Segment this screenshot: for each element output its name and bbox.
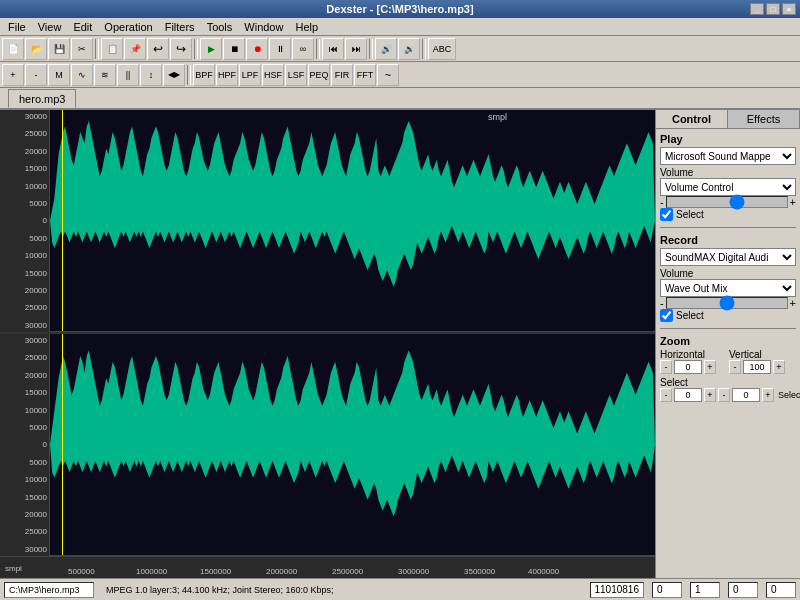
sel-zoom-dec2-button[interactable]: - [718,388,730,402]
waveform-container[interactable]: 30000 25000 20000 15000 10000 5000 0 500… [0,110,655,556]
panel-content: Play Microsoft Sound Mappe Volume Volume… [656,129,800,406]
sep5 [422,39,426,59]
next-button[interactable]: ⏭ [345,38,367,60]
play-volume-slider[interactable] [666,196,788,208]
menu-operation[interactable]: Operation [98,20,158,34]
divider-1 [660,227,796,228]
undo-button[interactable]: ↩ [147,38,169,60]
stretch-button[interactable]: ↕ [140,64,162,86]
sample-count-display: 11010816 [590,582,645,598]
zoom-in-button[interactable]: + [2,64,24,86]
x-tick-1m: 1000000 [136,567,167,576]
divider-2 [660,328,796,329]
pause-button[interactable]: ⏸ [269,38,291,60]
cut-button[interactable]: ✂ [71,38,93,60]
play-button[interactable]: ▶ [200,38,222,60]
record-button[interactable]: ⏺ [246,38,268,60]
maximize-button[interactable]: □ [766,3,780,15]
toolbar-2: + - M ∿ ≋ || ↕ ◀▶ BPF HPF LPF HSF LSF PE… [0,62,800,88]
menu-view[interactable]: View [32,20,68,34]
bpf-button[interactable]: BPF [193,64,215,86]
play-device-select[interactable]: Microsoft Sound Mappe [660,147,796,165]
paste-button[interactable]: 📌 [124,38,146,60]
misc-button[interactable]: ~ [377,64,399,86]
prev-button[interactable]: ⏮ [322,38,344,60]
copy-button[interactable]: 📋 [101,38,123,60]
open-button[interactable]: 📂 [25,38,47,60]
volume-button[interactable]: 🔊 [375,38,397,60]
record-section-title: Record [660,234,796,246]
title-text: Dexster - [C:\MP3\hero.mp3] [326,3,473,15]
position-indicator-right [62,334,63,555]
save-button[interactable]: 💾 [48,38,70,60]
lsf-button[interactable]: LSF [285,64,307,86]
zoom-section: Zoom Horizontal Vertical - + - + [660,335,796,402]
waveform-canvas-left[interactable]: // This won't execute in SVG context, us… [50,110,655,332]
wave-button[interactable]: ∿ [71,64,93,86]
new-button[interactable]: 📄 [2,38,24,60]
lr-button[interactable]: ◀▶ [163,64,185,86]
minimize-button[interactable]: _ [750,3,764,15]
smpl-top-label: smpl [488,112,507,122]
record-device-select[interactable]: SoundMAX Digital Audi [660,248,796,266]
stereo-button[interactable]: || [117,64,139,86]
v-zoom-input[interactable] [743,360,771,374]
close-button[interactable]: × [782,3,796,15]
record-plus-icon: + [790,297,796,309]
hsf-button[interactable]: HSF [262,64,284,86]
x-tick-3-5m: 3500000 [464,567,495,576]
menu-edit[interactable]: Edit [67,20,98,34]
sep1 [95,39,99,59]
lpf-button[interactable]: LPF [239,64,261,86]
tab-label: hero.mp3 [19,93,65,105]
tab-hero-mp3[interactable]: hero.mp3 [8,89,76,108]
hpf-button[interactable]: HPF [216,64,238,86]
sep6 [187,65,191,85]
loop-button[interactable]: ∞ [292,38,314,60]
title-bar-controls: _ □ × [750,3,796,15]
sel-zoom-inc2-button[interactable]: + [762,388,774,402]
vol-down-button[interactable]: 🔉 [398,38,420,60]
fir-button[interactable]: FIR [331,64,353,86]
waveform-svg-left: // This won't execute in SVG context, us… [50,110,655,331]
record-select-checkbox[interactable] [660,309,673,322]
waveform-canvas-right[interactable] [50,334,655,556]
channel-left: 30000 25000 20000 15000 10000 5000 0 500… [0,110,655,332]
menu-tools[interactable]: Tools [201,20,239,34]
v-zoom-inc-button[interactable]: + [773,360,785,374]
h-zoom-inc-button[interactable]: + [704,360,716,374]
sel-zoom-input-1[interactable] [674,388,702,402]
x-tick-2-5m: 2500000 [332,567,363,576]
abc-button[interactable]: ABC [428,38,456,60]
panel-tabs: Control Effects [656,110,800,129]
h-zoom-input[interactable] [674,360,702,374]
v-zoom-dec-button[interactable]: - [729,360,741,374]
spectrum-button[interactable]: ≋ [94,64,116,86]
waveform-svg-right [50,334,655,555]
x-tick-3m: 3000000 [398,567,429,576]
menu-filters[interactable]: Filters [159,20,201,34]
sel-zoom-inc1-button[interactable]: + [704,388,716,402]
panel-tab-effects[interactable]: Effects [728,110,800,128]
record-volume-slider[interactable] [666,297,788,309]
fft-button[interactable]: FFT [354,64,376,86]
stop-button[interactable]: ⏹ [223,38,245,60]
zoom-out-button[interactable]: - [25,64,47,86]
sel-zoom-row-1: - + [660,388,716,402]
channel-right: 30000 25000 20000 15000 10000 5000 0 500… [0,334,655,556]
play-select-checkbox[interactable] [660,208,673,221]
record-volume-label: Volume [660,268,796,279]
menu-help[interactable]: Help [289,20,324,34]
menu-file[interactable]: File [2,20,32,34]
x-tick-500k: 500000 [68,567,95,576]
redo-button[interactable]: ↪ [170,38,192,60]
menu-window[interactable]: Window [238,20,289,34]
panel-tab-control[interactable]: Control [656,110,728,128]
h-zoom-dec-button[interactable]: - [660,360,672,374]
sel-zoom-dec1-button[interactable]: - [660,388,672,402]
peq-button[interactable]: PEQ [308,64,330,86]
main-content: smpl 30000 25000 20000 15000 10000 5000 … [0,110,800,578]
marker-button[interactable]: M [48,64,70,86]
status-val4: 0 [766,582,796,598]
sel-zoom-input-2[interactable] [732,388,760,402]
